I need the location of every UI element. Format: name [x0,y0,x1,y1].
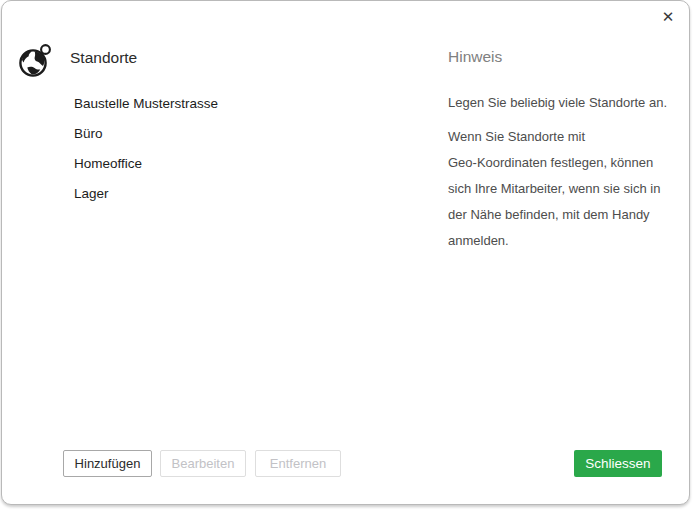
hint-panel: Hinweis Legen Sie beliebig viele Standor… [448,48,670,254]
page-title: Standorte [70,49,137,67]
edit-button[interactable]: Bearbeiten [160,450,246,477]
list-item-baustelle[interactable]: Baustelle Musterstrasse [74,96,374,126]
list-item-lager[interactable]: Lager [74,186,374,216]
hint-paragraph-1: Legen Sie beliebig viele Standorte an. [448,90,670,116]
close-dialog-button[interactable]: Schliessen [574,450,662,477]
hint-line: der Nähe befinden, mit dem Handy [448,202,670,228]
list-item-buero[interactable]: Büro [74,126,374,156]
add-button[interactable]: Hinzufügen [63,450,152,477]
hint-paragraph-2: Wenn Sie Standorte mit Geo-Koordinaten f… [448,124,670,254]
hint-line: Geo-Koordinaten festlegen, können [448,150,670,176]
close-icon[interactable]: ✕ [655,5,681,29]
hint-line: anmelden. [448,228,670,254]
remove-button[interactable]: Entfernen [255,450,341,477]
standorte-dialog: ✕ Standorte Baustelle Musterstrasse Büro… [1,0,690,505]
hint-line: sich Ihre Mitarbeiter, wenn sie sich in [448,176,670,202]
list-item-homeoffice[interactable]: Homeoffice [74,156,374,186]
hint-line: Wenn Sie Standorte mit [448,124,670,150]
hint-title: Hinweis [448,48,670,66]
globe-location-icon [18,42,52,78]
location-list: Baustelle Musterstrasse Büro Homeoffice … [74,96,374,216]
